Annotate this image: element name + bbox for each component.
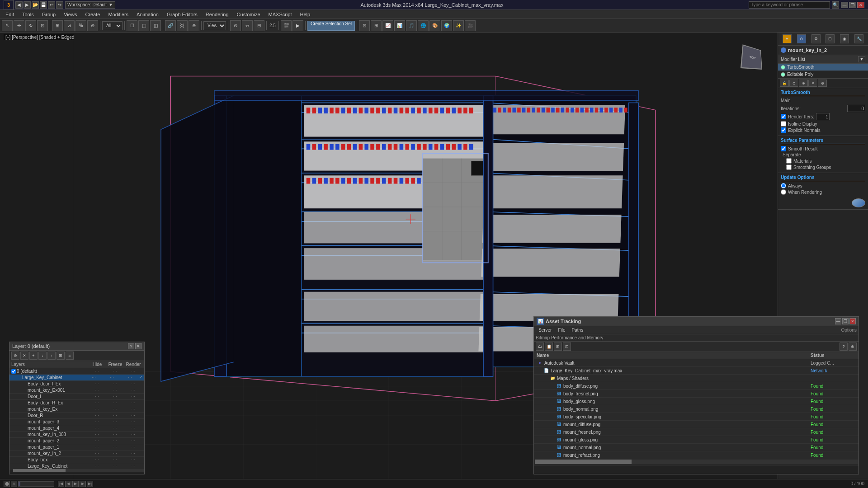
- render-iters-input[interactable]: [816, 113, 830, 120]
- layer-list-item[interactable]: mount_paper_1·········: [9, 444, 144, 450]
- explicit-normals-checkbox[interactable]: [781, 127, 786, 133]
- modifier-active-bulb-2[interactable]: [781, 72, 785, 77]
- nav-cube-box[interactable]: TOP: [741, 44, 762, 70]
- show-end-result-btn[interactable]: ⊙: [789, 80, 798, 87]
- isoline-checkbox[interactable]: [781, 121, 786, 127]
- asset-list-item[interactable]: 🖼 body_diffuse.png Found: [534, 382, 859, 390]
- layer-list-item[interactable]: mount_paper_2·········: [9, 438, 144, 444]
- time-slider[interactable]: [18, 481, 54, 487]
- asset-list-item[interactable]: 🖼 body_specular.png Found: [534, 413, 859, 421]
- layer-list-item[interactable]: mount_key_Ex001·········: [9, 387, 144, 394]
- bind-to-space[interactable]: ⊕: [189, 20, 199, 31]
- window-crossing[interactable]: ◫: [150, 20, 161, 31]
- material-editor[interactable]: 🎨: [429, 20, 440, 31]
- object-color-swatch[interactable]: [781, 47, 786, 53]
- render-scene[interactable]: 🎬: [281, 20, 292, 31]
- layer-list-item[interactable]: Door_R·········: [9, 413, 144, 419]
- render-effects[interactable]: ✨: [453, 20, 464, 31]
- lock-btn[interactable]: 🔒: [780, 80, 789, 87]
- asset-list-item[interactable]: 🖼 body_gloss.png Found: [534, 398, 859, 405]
- render-env[interactable]: 🌍: [441, 20, 452, 31]
- ram-player[interactable]: 🎥: [465, 20, 476, 31]
- render-iters-checkbox[interactable]: [781, 114, 786, 119]
- save-file[interactable]: 💾: [40, 1, 47, 9]
- color-swatch-btn[interactable]: [852, 198, 865, 207]
- layer-scrollbar[interactable]: [13, 469, 144, 472]
- nav-cube[interactable]: TOP: [737, 42, 769, 73]
- motion-tab[interactable]: ⊡: [826, 34, 835, 43]
- smooth-result-checkbox[interactable]: [781, 146, 786, 151]
- menu-customize[interactable]: Customize: [233, 11, 264, 18]
- asset-help-btn[interactable]: ?: [840, 343, 848, 351]
- track-view[interactable]: 🎵: [406, 20, 417, 31]
- asset-restore-btn[interactable]: ❐: [842, 318, 849, 324]
- when-rendering-radio[interactable]: [781, 189, 786, 195]
- modify-tab[interactable]: ⊙: [797, 34, 806, 43]
- asset-list-item[interactable]: 🖼 mount_fresnel.png Found: [534, 428, 859, 436]
- asset-menu-options[interactable]: Options: [841, 328, 857, 333]
- align[interactable]: ⊟: [254, 20, 264, 31]
- snap-toggle[interactable]: ⊞: [52, 20, 63, 31]
- goto-start-btn[interactable]: |◀: [58, 481, 64, 487]
- scale-tool[interactable]: ⊡: [37, 20, 48, 31]
- select-tool[interactable]: ↖: [2, 20, 13, 31]
- asset-scrollbar-h[interactable]: [535, 460, 858, 464]
- prev-frame-btn[interactable]: ◀: [65, 481, 71, 487]
- asset-list-item[interactable]: 🖼 mount_gloss.png Found: [534, 436, 859, 444]
- utilities-tab[interactable]: 🔧: [854, 34, 863, 43]
- smoothing-groups-checkbox[interactable]: [786, 164, 792, 170]
- angle-snap[interactable]: ⊿: [64, 20, 75, 31]
- asset-menu-server[interactable]: Server: [536, 327, 554, 333]
- configure-modifier-btn[interactable]: ⚙: [818, 80, 827, 87]
- asset-list-item[interactable]: 🖼 body_fresnel.png Found: [534, 390, 859, 398]
- layer-list-item[interactable]: Large_Key_Cabinet·········✓: [9, 375, 144, 381]
- always-radio[interactable]: [781, 183, 786, 188]
- layer-tool-4[interactable]: ↑: [47, 352, 56, 360]
- layer-tool-0[interactable]: ⊕: [11, 352, 19, 360]
- scene-xplorer[interactable]: 🌐: [418, 20, 429, 31]
- menu-edit[interactable]: Edit: [2, 11, 18, 18]
- layer-tool-3[interactable]: ↓: [38, 352, 47, 360]
- modifier-list-dropdown[interactable]: ▼: [858, 56, 865, 62]
- menu-help[interactable]: Help: [297, 11, 314, 18]
- menu-views[interactable]: Views: [60, 11, 80, 18]
- unlink[interactable]: ⛓: [177, 20, 188, 31]
- layer-list-item[interactable]: mount_key_In_003·········: [9, 432, 144, 438]
- layer-close-btn[interactable]: ✕: [135, 343, 142, 349]
- time-slider[interactable]: ⊞: [371, 20, 382, 31]
- select-region[interactable]: ⬚: [138, 20, 149, 31]
- layer-visibility-check[interactable]: [11, 369, 16, 374]
- materials-checkbox[interactable]: [786, 158, 792, 164]
- menu-tools[interactable]: Tools: [19, 11, 38, 18]
- layer-list-item[interactable]: 0 (default)·········: [9, 368, 144, 375]
- menu-group[interactable]: Group: [38, 11, 60, 18]
- asset-list-item[interactable]: 📄 Large_Key_Cabinet_max_vray.max Network: [534, 367, 859, 375]
- undo[interactable]: ↩: [48, 1, 55, 9]
- redo[interactable]: ↪: [56, 1, 63, 9]
- asset-close-btn[interactable]: ✕: [849, 318, 856, 324]
- editable-poly-modifier[interactable]: Editable Poly: [778, 71, 868, 78]
- nav-back[interactable]: ◀: [15, 1, 23, 9]
- asset-list-item[interactable]: 📁 Maps / Shaders: [534, 375, 859, 382]
- layer-tool-5[interactable]: ⊞: [57, 352, 65, 360]
- reference-coord-dropdown[interactable]: View: [203, 21, 226, 30]
- menu-animation[interactable]: Animation: [133, 11, 162, 18]
- turbosmooth-modifier[interactable]: TurboSmooth: [778, 64, 868, 71]
- mirror[interactable]: ⇔: [242, 20, 253, 31]
- percent-snap[interactable]: %: [75, 20, 86, 31]
- menu-maxscript[interactable]: MAXScript: [265, 11, 296, 18]
- asset-minimize-btn[interactable]: —: [835, 318, 841, 324]
- layer-tool-2[interactable]: +: [29, 352, 38, 360]
- menu-rendering[interactable]: Rendering: [202, 11, 232, 18]
- layer-list-item[interactable]: Door_l·········: [9, 394, 144, 400]
- rotate-tool[interactable]: ↻: [25, 20, 36, 31]
- layer-list-item[interactable]: Large_Key_Cabinet·········: [9, 463, 144, 469]
- layer-tool-1[interactable]: ✕: [20, 352, 28, 360]
- link[interactable]: 🔗: [165, 20, 176, 31]
- asset-tool-1[interactable]: 📋: [545, 343, 553, 351]
- asset-list-item[interactable]: 🖼 mount_refract.png Found: [534, 451, 859, 459]
- asset-tool-3[interactable]: ⊡: [563, 343, 571, 351]
- asset-scroll-thumb-h[interactable]: [535, 460, 632, 464]
- remove-modifier-btn[interactable]: ✕: [808, 80, 817, 87]
- layer-list-item[interactable]: mount_paper_4·········: [9, 425, 144, 432]
